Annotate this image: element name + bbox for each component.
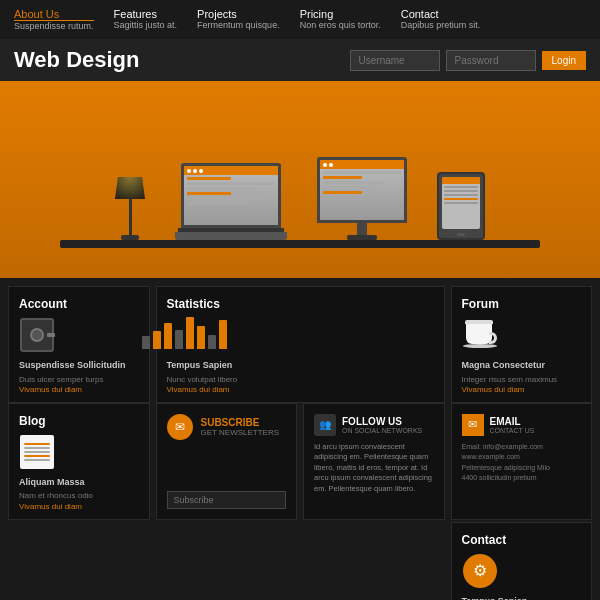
follow-header: 👥 FOLLOW US ON SOCIAL NETWORKS: [314, 414, 434, 436]
statistics-card-link[interactable]: Vivamus dui diam: [167, 385, 434, 394]
laptop-device: [175, 163, 287, 240]
lamp-shade: [115, 177, 145, 199]
screen-line: [323, 181, 385, 184]
nav-sub: Non eros quis tortor.: [300, 20, 381, 30]
screen-line: [323, 186, 378, 189]
screen-dot: [323, 163, 327, 167]
t-line: [444, 194, 478, 196]
monitor-screen-inner: [320, 160, 404, 220]
blog-body-sub: Nam et rhoncus odio: [19, 491, 93, 500]
subscribe-input[interactable]: [167, 491, 287, 509]
email-labels: EMAIL CONTACT US: [490, 416, 535, 434]
follow-label: FOLLOW US: [342, 416, 422, 427]
blog-card-text: Aliquam Massa Nam et rhoncus odio: [19, 476, 139, 502]
bar-4: [175, 330, 183, 349]
statistics-card-title: Statistics: [167, 297, 434, 311]
account-card: Account Suspendisse Sollicitudin Duis ul…: [8, 286, 150, 403]
blog-body-title: Aliquam Massa: [19, 476, 139, 489]
tablet-content: [442, 184, 480, 208]
lamp-base: [121, 235, 139, 240]
password-input[interactable]: [446, 50, 536, 71]
nav-item-about-us[interactable]: About UsSuspendisse rutum.: [14, 8, 94, 31]
cup-body-container: [463, 324, 497, 344]
statistics-icon: [167, 317, 203, 353]
nav-item-features[interactable]: FeaturesSagittis justo at.: [114, 8, 178, 30]
account-icon: [19, 317, 55, 353]
blog-line: [24, 459, 50, 461]
login-button[interactable]: Login: [542, 51, 586, 70]
blog-doc-icon: [20, 435, 54, 469]
site-title: Web Design: [14, 47, 140, 73]
screen-line: [323, 191, 362, 194]
contact-row-wrapper: Contact ⚙ Tempus Sapien Nunc volutpat li…: [0, 522, 600, 600]
email-detail-2: www.example.com: [462, 452, 582, 463]
bar-chart: [142, 317, 227, 349]
email-sub-label: CONTACT US: [490, 427, 535, 434]
account-body-sub: Duis ulcer semper turps: [19, 375, 103, 384]
forum-body-title: Magna Consectetur: [462, 359, 582, 372]
forum-card-link[interactable]: Vivamus dui diam: [462, 385, 582, 394]
monitor-content: [320, 169, 404, 198]
cup-saucer: [463, 344, 497, 348]
account-card-text: Suspendisse Sollicitudin Duis ulcer semp…: [19, 359, 139, 385]
contact-body-title: Tempus Sapien: [462, 595, 582, 600]
nav-sub: Suspendisse rutum.: [14, 21, 94, 31]
nav-item-contact[interactable]: ContactDapibus pretium sit.: [401, 8, 481, 30]
nav-title: About Us: [14, 8, 94, 21]
coffee-cup-icon: [463, 320, 497, 350]
bar-5: [186, 317, 194, 349]
laptop-screen: [181, 163, 281, 228]
statistics-body-sub: Nunc volutpat libero: [167, 375, 238, 384]
laptop-base: [175, 232, 287, 240]
monitor-stand: [347, 235, 377, 240]
screen-line: [187, 187, 257, 190]
forum-card: Forum Magna Consectetur Integer risus se…: [451, 286, 593, 403]
monitor-device: [317, 157, 407, 240]
subscribe-icon: ✉: [167, 414, 193, 440]
email-detail-3: Pellentesque adipiscing Milo: [462, 463, 582, 474]
nav-bar: About UsSuspendisse rutum.FeaturesSagitt…: [0, 0, 600, 39]
screen-line: [187, 182, 275, 185]
email-icon: ✉: [462, 414, 484, 436]
subscribe-header: ✉ SUBSCRIBE GET NEWSLETTERS: [167, 414, 287, 440]
bar-2: [153, 331, 161, 349]
lamp-decoration: [115, 177, 145, 240]
screen-dot: [329, 163, 333, 167]
shelf-plank: [60, 240, 540, 248]
tablet-device: [437, 172, 485, 240]
tablet-screen: [442, 177, 480, 229]
blog-card-link[interactable]: Vivamus dui diam: [19, 502, 139, 511]
contact-row-grid: Contact ⚙ Tempus Sapien Nunc volutpat li…: [8, 522, 592, 600]
tablet-body: [437, 172, 485, 240]
content-grid: Account Suspendisse Sollicitudin Duis ul…: [0, 278, 600, 403]
t-line: [444, 190, 478, 192]
laptop-screen-inner: [184, 166, 278, 225]
screen-line: [187, 177, 231, 180]
t-line: [444, 186, 478, 188]
nav-sub: Fermentum quisque.: [197, 20, 280, 30]
t-line: [444, 202, 478, 204]
email-card: ✉ EMAIL CONTACT US Email: info@example.c…: [451, 403, 593, 520]
subscribe-card: ✉ SUBSCRIBE GET NEWSLETTERS: [156, 403, 298, 520]
nav-item-pricing[interactable]: PricingNon eros quis tortor.: [300, 8, 381, 30]
screen-line: [323, 171, 401, 174]
nav-item-projects[interactable]: ProjectsFermentum quisque.: [197, 8, 280, 30]
tablet-home-btn: [457, 233, 465, 236]
subscribe-label: SUBSCRIBE: [201, 417, 280, 428]
site-header: Web Design Login: [0, 39, 600, 83]
forum-card-title: Forum: [462, 297, 582, 311]
content-grid-row2: Blog Aliquam Massa Nam et rhoncus odio V…: [0, 403, 600, 528]
forum-card-text: Magna Consectetur Integer risus sem maxi…: [462, 359, 582, 385]
lamp-pole: [129, 199, 132, 235]
username-input[interactable]: [350, 50, 440, 71]
account-body-title: Suspendisse Sollicitudin: [19, 359, 139, 372]
blog-card: Blog Aliquam Massa Nam et rhoncus odio V…: [8, 403, 150, 520]
account-card-link[interactable]: Vivamus dui diam: [19, 385, 139, 394]
contact-icon-wrapper: ⚙: [462, 553, 498, 589]
blog-line: [24, 447, 50, 449]
forum-icon: [462, 317, 498, 353]
email-header: ✉ EMAIL CONTACT US: [462, 414, 582, 436]
blog-card-title: Blog: [19, 414, 139, 428]
safe-dial: [30, 328, 44, 342]
email-detail-1: Email: info@example.com: [462, 442, 582, 453]
